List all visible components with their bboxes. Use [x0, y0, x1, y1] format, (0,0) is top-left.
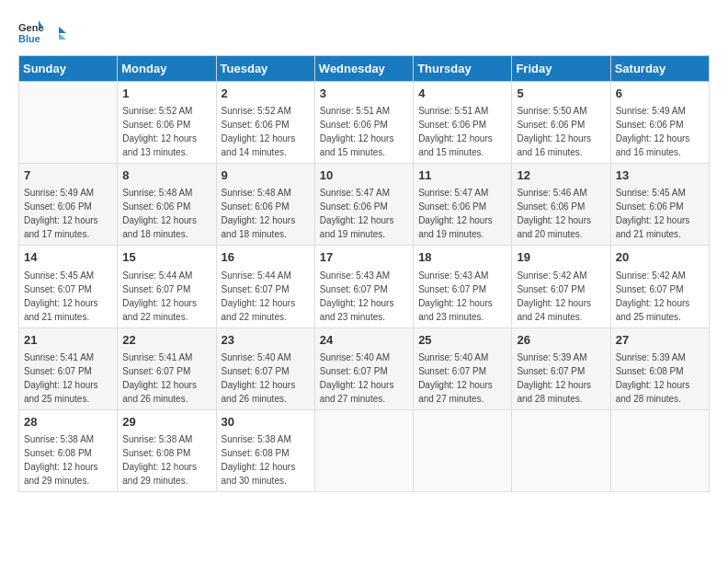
- calendar-cell: 22Sunrise: 5:41 AM Sunset: 6:07 PM Dayli…: [118, 327, 216, 409]
- calendar-cell: [512, 409, 610, 491]
- day-details: Sunrise: 5:45 AM Sunset: 6:06 PM Dayligh…: [616, 186, 704, 241]
- calendar-cell: 23Sunrise: 5:40 AM Sunset: 6:07 PM Dayli…: [216, 327, 314, 409]
- day-number: 9: [222, 167, 310, 184]
- day-details: Sunrise: 5:50 AM Sunset: 6:06 PM Dayligh…: [517, 104, 605, 159]
- logo-icon: General Blue: [18, 18, 44, 44]
- calendar-cell: 15Sunrise: 5:44 AM Sunset: 6:07 PM Dayli…: [118, 246, 216, 327]
- day-details: Sunrise: 5:52 AM Sunset: 6:06 PM Dayligh…: [222, 104, 310, 159]
- svg-marker-3: [59, 27, 66, 33]
- weekday-header-saturday: Saturday: [610, 56, 709, 82]
- day-details: Sunrise: 5:47 AM Sunset: 6:06 PM Dayligh…: [320, 186, 408, 241]
- calendar-cell: 28Sunrise: 5:38 AM Sunset: 6:08 PM Dayli…: [19, 409, 118, 491]
- day-details: Sunrise: 5:39 AM Sunset: 6:08 PM Dayligh…: [616, 350, 704, 406]
- day-details: Sunrise: 5:41 AM Sunset: 6:07 PM Dayligh…: [24, 350, 112, 406]
- calendar-cell: 7Sunrise: 5:49 AM Sunset: 6:06 PM Daylig…: [19, 164, 118, 246]
- day-number: 27: [616, 332, 704, 349]
- calendar-cell: 13Sunrise: 5:45 AM Sunset: 6:06 PM Dayli…: [610, 164, 709, 246]
- week-row-2: 7Sunrise: 5:49 AM Sunset: 6:06 PM Daylig…: [19, 164, 710, 246]
- calendar-cell: 24Sunrise: 5:40 AM Sunset: 6:07 PM Dayli…: [314, 327, 413, 409]
- day-number: 2: [222, 86, 310, 102]
- calendar-cell: 5Sunrise: 5:50 AM Sunset: 6:06 PM Daylig…: [512, 82, 610, 164]
- day-details: Sunrise: 5:43 AM Sunset: 6:07 PM Dayligh…: [418, 269, 506, 324]
- day-number: 16: [222, 249, 310, 266]
- logo: General Blue: [18, 18, 66, 44]
- calendar-cell: [314, 409, 413, 491]
- day-details: Sunrise: 5:48 AM Sunset: 6:06 PM Dayligh…: [222, 186, 310, 241]
- day-number: 12: [517, 167, 605, 184]
- calendar-cell: 19Sunrise: 5:42 AM Sunset: 6:07 PM Dayli…: [512, 246, 610, 327]
- day-details: Sunrise: 5:47 AM Sunset: 6:06 PM Dayligh…: [418, 186, 506, 241]
- day-details: Sunrise: 5:51 AM Sunset: 6:06 PM Dayligh…: [418, 104, 506, 159]
- day-number: 22: [122, 332, 210, 349]
- day-number: 28: [24, 414, 112, 431]
- day-number: 26: [517, 332, 605, 349]
- day-number: 17: [320, 249, 408, 266]
- week-row-1: 1Sunrise: 5:52 AM Sunset: 6:06 PM Daylig…: [19, 82, 710, 164]
- calendar-cell: 17Sunrise: 5:43 AM Sunset: 6:07 PM Dayli…: [314, 246, 413, 327]
- calendar-cell: 30Sunrise: 5:38 AM Sunset: 6:08 PM Dayli…: [216, 409, 314, 491]
- calendar-cell: 11Sunrise: 5:47 AM Sunset: 6:06 PM Dayli…: [414, 164, 512, 246]
- day-details: Sunrise: 5:43 AM Sunset: 6:07 PM Dayligh…: [320, 269, 408, 324]
- day-details: Sunrise: 5:38 AM Sunset: 6:08 PM Dayligh…: [122, 432, 210, 488]
- calendar-cell: 27Sunrise: 5:39 AM Sunset: 6:08 PM Dayli…: [610, 327, 709, 409]
- day-details: Sunrise: 5:41 AM Sunset: 6:07 PM Dayligh…: [122, 350, 210, 406]
- day-details: Sunrise: 5:40 AM Sunset: 6:07 PM Dayligh…: [320, 350, 408, 406]
- calendar-cell: 14Sunrise: 5:45 AM Sunset: 6:07 PM Dayli…: [19, 246, 118, 327]
- day-details: Sunrise: 5:51 AM Sunset: 6:06 PM Dayligh…: [320, 104, 408, 159]
- calendar-cell: 4Sunrise: 5:51 AM Sunset: 6:06 PM Daylig…: [414, 82, 512, 164]
- week-row-5: 28Sunrise: 5:38 AM Sunset: 6:08 PM Dayli…: [19, 409, 710, 491]
- calendar-cell: 18Sunrise: 5:43 AM Sunset: 6:07 PM Dayli…: [414, 246, 512, 327]
- calendar-cell: 9Sunrise: 5:48 AM Sunset: 6:06 PM Daylig…: [216, 164, 314, 246]
- day-details: Sunrise: 5:44 AM Sunset: 6:07 PM Dayligh…: [222, 269, 310, 324]
- day-details: Sunrise: 5:44 AM Sunset: 6:07 PM Dayligh…: [122, 269, 210, 324]
- calendar-table: SundayMondayTuesdayWednesdayThursdayFrid…: [18, 55, 710, 492]
- calendar-cell: 1Sunrise: 5:52 AM Sunset: 6:06 PM Daylig…: [118, 82, 216, 164]
- day-number: 3: [320, 86, 408, 102]
- weekday-header-monday: Monday: [118, 56, 216, 82]
- weekday-header-tuesday: Tuesday: [216, 56, 314, 82]
- calendar-cell: 16Sunrise: 5:44 AM Sunset: 6:07 PM Dayli…: [216, 246, 314, 327]
- calendar-cell: [414, 409, 512, 491]
- day-details: Sunrise: 5:45 AM Sunset: 6:07 PM Dayligh…: [24, 269, 112, 324]
- day-number: 8: [122, 167, 210, 184]
- day-number: 10: [320, 167, 408, 184]
- day-details: Sunrise: 5:38 AM Sunset: 6:08 PM Dayligh…: [24, 432, 112, 488]
- day-number: 30: [222, 414, 310, 431]
- day-number: 13: [616, 167, 704, 184]
- day-details: Sunrise: 5:52 AM Sunset: 6:06 PM Dayligh…: [122, 104, 210, 159]
- day-details: Sunrise: 5:48 AM Sunset: 6:06 PM Dayligh…: [122, 186, 210, 241]
- day-number: 19: [517, 249, 605, 266]
- day-details: Sunrise: 5:39 AM Sunset: 6:07 PM Dayligh…: [517, 350, 605, 406]
- day-number: 14: [24, 249, 112, 266]
- weekday-header-row: SundayMondayTuesdayWednesdayThursdayFrid…: [19, 56, 710, 82]
- calendar-cell: 20Sunrise: 5:42 AM Sunset: 6:07 PM Dayli…: [610, 246, 709, 327]
- day-details: Sunrise: 5:40 AM Sunset: 6:07 PM Dayligh…: [222, 350, 310, 406]
- day-details: Sunrise: 5:42 AM Sunset: 6:07 PM Dayligh…: [616, 269, 704, 324]
- day-number: 20: [616, 249, 704, 266]
- day-number: 15: [122, 249, 210, 266]
- calendar-cell: [19, 82, 118, 164]
- calendar-cell: 12Sunrise: 5:46 AM Sunset: 6:06 PM Dayli…: [512, 164, 610, 246]
- weekday-header-friday: Friday: [512, 56, 610, 82]
- svg-marker-4: [59, 33, 66, 40]
- calendar-cell: 10Sunrise: 5:47 AM Sunset: 6:06 PM Dayli…: [314, 164, 413, 246]
- logo-arrow-icon: [50, 25, 66, 41]
- calendar-cell: 21Sunrise: 5:41 AM Sunset: 6:07 PM Dayli…: [19, 327, 118, 409]
- day-number: 6: [616, 86, 704, 102]
- day-number: 25: [418, 332, 506, 349]
- calendar-cell: 29Sunrise: 5:38 AM Sunset: 6:08 PM Dayli…: [118, 409, 216, 491]
- day-number: 18: [418, 249, 506, 266]
- day-number: 11: [418, 167, 506, 184]
- day-number: 4: [418, 86, 506, 102]
- calendar-cell: [610, 409, 709, 491]
- weekday-header-sunday: Sunday: [19, 56, 118, 82]
- day-details: Sunrise: 5:49 AM Sunset: 6:06 PM Dayligh…: [24, 186, 112, 241]
- week-row-3: 14Sunrise: 5:45 AM Sunset: 6:07 PM Dayli…: [19, 246, 710, 327]
- header: General Blue: [18, 18, 710, 44]
- day-number: 1: [122, 86, 210, 102]
- weekday-header-thursday: Thursday: [414, 56, 512, 82]
- day-number: 24: [320, 332, 408, 349]
- calendar-cell: 2Sunrise: 5:52 AM Sunset: 6:06 PM Daylig…: [216, 82, 314, 164]
- calendar-cell: 8Sunrise: 5:48 AM Sunset: 6:06 PM Daylig…: [118, 164, 216, 246]
- calendar-cell: 26Sunrise: 5:39 AM Sunset: 6:07 PM Dayli…: [512, 327, 610, 409]
